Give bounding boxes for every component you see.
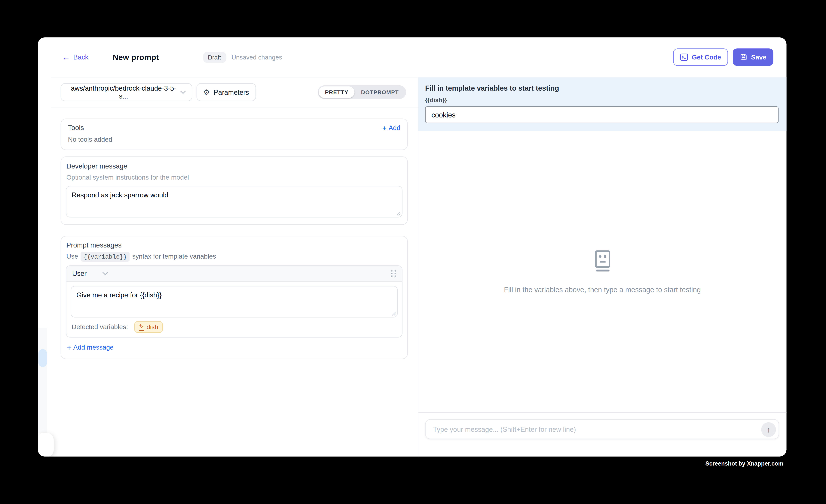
status-badge: Draft xyxy=(203,52,226,62)
main-area: ← Back New prompt Draft Unsaved changes … xyxy=(51,37,786,456)
model-select[interactable]: aws/anthropic/bedrock-claude-3-5-s... xyxy=(61,83,192,101)
add-tool-button[interactable]: + Add xyxy=(382,124,400,132)
screenshot-canvas: ← Back New prompt Draft Unsaved changes … xyxy=(0,0,826,504)
variable-dish-input[interactable] xyxy=(425,106,779,123)
sidebar-popover xyxy=(38,433,54,456)
message-body: Give me a recipe for {{dish}} Detected v… xyxy=(66,281,402,333)
model-select-value: aws/anthropic/bedrock-claude-3-5-s... xyxy=(67,84,180,100)
plus-icon: + xyxy=(67,344,71,351)
hint-prefix: Use xyxy=(66,252,78,261)
get-code-button[interactable]: Get Code xyxy=(673,48,728,66)
get-code-label: Get Code xyxy=(692,54,721,61)
message-block: User xyxy=(66,265,403,337)
toggle-pretty[interactable]: PRETTY xyxy=(319,86,355,98)
detected-variables-row: Detected variables: ✎ dish xyxy=(71,321,398,333)
terminal-icon xyxy=(680,53,688,61)
chat-message-input[interactable] xyxy=(426,420,778,439)
edit-icon: ✎ xyxy=(139,323,144,330)
empty-state-text: Fill in the variables above, then type a… xyxy=(504,286,701,294)
prompt-editor-panel: aws/anthropic/bedrock-claude-3-5-s... ⚙ … xyxy=(51,77,418,456)
variable-syntax-hint: Use {{variable}} syntax for template var… xyxy=(66,252,403,262)
back-label: Back xyxy=(73,53,88,61)
save-icon xyxy=(740,53,747,61)
message-header: User xyxy=(66,266,402,281)
back-button[interactable]: ← Back xyxy=(62,53,88,61)
header: ← Back New prompt Draft Unsaved changes … xyxy=(51,37,786,77)
send-button[interactable]: ↑ xyxy=(761,422,776,437)
developer-message-title: Developer message xyxy=(66,162,403,171)
add-message-label: Add message xyxy=(73,343,114,352)
chat-input-bar: ↑ xyxy=(425,419,779,439)
chevron-down-icon xyxy=(180,90,186,94)
parameters-button[interactable]: ⚙ Parameters xyxy=(196,83,256,101)
save-label: Save xyxy=(751,54,766,61)
save-button[interactable]: Save xyxy=(733,48,773,66)
robot-icon xyxy=(592,250,613,273)
drag-handle-icon[interactable] xyxy=(392,270,396,277)
plus-icon: + xyxy=(382,124,387,132)
template-variables-panel: Fill in template variables to start test… xyxy=(418,77,786,131)
detected-variables-label: Detected variables: xyxy=(72,323,128,331)
tools-empty-text: No tools added xyxy=(68,135,400,144)
back-arrow-icon: ← xyxy=(62,53,70,61)
unsaved-changes-text: Unsaved changes xyxy=(231,54,282,61)
tools-title: Tools xyxy=(68,124,84,132)
sidebar-active-item[interactable] xyxy=(39,349,47,367)
editor-content: Tools + Add No tools added Developer mes… xyxy=(51,107,418,359)
collapsed-sidebar xyxy=(38,37,51,456)
developer-message-subtitle: Optional system instructions for the mod… xyxy=(66,173,403,182)
resize-handle-icon[interactable] xyxy=(396,211,401,216)
variable-dish-label: {{dish}} xyxy=(425,97,779,103)
chevron-down-icon xyxy=(103,272,108,275)
app-window: ← Back New prompt Draft Unsaved changes … xyxy=(38,37,786,456)
prompt-messages-card: Prompt messages Use {{variable}} syntax … xyxy=(61,236,408,359)
gear-icon: ⚙ xyxy=(203,88,210,96)
add-tool-label: Add xyxy=(389,124,400,132)
user-message-input[interactable]: Give me a recipe for {{dish}} xyxy=(71,286,398,317)
watermark-text: Screenshot by Xnapper.com xyxy=(705,460,783,467)
parameters-label: Parameters xyxy=(214,88,249,96)
body-row: aws/anthropic/bedrock-claude-3-5-s... ⚙ … xyxy=(51,77,786,456)
developer-message-card: Developer message Optional system instru… xyxy=(61,156,408,225)
variable-badge-dish[interactable]: ✎ dish xyxy=(134,321,163,333)
role-select[interactable]: User xyxy=(72,270,108,277)
test-panel-title: Fill in template variables to start test… xyxy=(425,84,779,92)
prompt-messages-title: Prompt messages xyxy=(66,241,403,250)
developer-message-input[interactable]: Respond as jack sparrow would xyxy=(66,186,403,217)
sidebar-strip xyxy=(38,328,47,433)
arrow-up-icon: ↑ xyxy=(767,425,770,434)
resize-handle-icon[interactable] xyxy=(392,311,396,316)
toggle-dotprompt[interactable]: DOTPROMPT xyxy=(355,86,405,98)
add-message-button[interactable]: + Add message xyxy=(66,343,114,352)
variable-syntax-chip: {{variable}} xyxy=(81,252,129,262)
page-title: New prompt xyxy=(113,53,159,62)
test-panel: Fill in template variables to start test… xyxy=(418,77,786,456)
chat-input-section: ↑ xyxy=(418,412,786,456)
empty-state: Fill in the variables above, then type a… xyxy=(418,131,786,412)
role-select-value: User xyxy=(72,270,86,277)
format-toggle: PRETTY DOTPROMPT xyxy=(318,85,406,99)
editor-toolbar: aws/anthropic/bedrock-claude-3-5-s... ⚙ … xyxy=(51,77,418,107)
hint-suffix: syntax for template variables xyxy=(132,252,216,261)
variable-badge-label: dish xyxy=(146,323,158,331)
tools-card: Tools + Add No tools added xyxy=(61,118,408,150)
